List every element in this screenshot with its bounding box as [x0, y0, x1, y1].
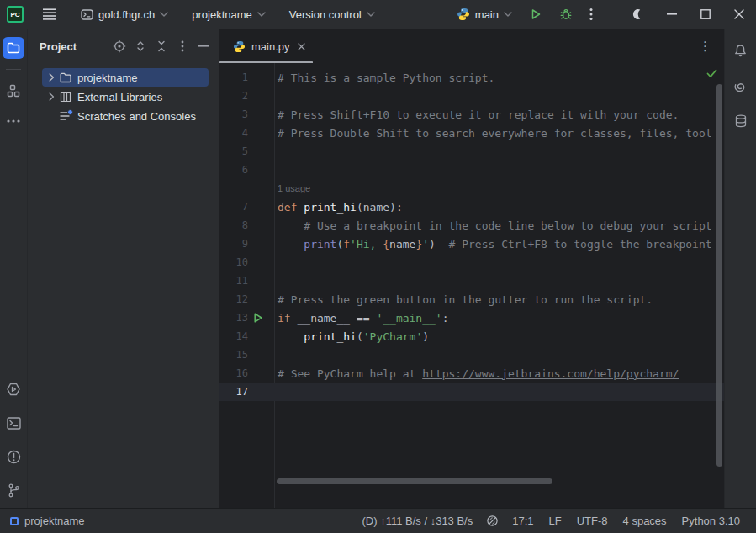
tree-item-scratches[interactable]: Scratches and Consoles — [42, 107, 209, 125]
module-icon — [10, 517, 19, 525]
code-line[interactable]: 3# Press Shift+F10 to execute it or repl… — [219, 105, 724, 124]
terminal-icon — [7, 417, 21, 430]
git-tool-window-button[interactable] — [3, 479, 24, 501]
expand-all-icon — [135, 40, 146, 53]
main-menu-button[interactable] — [35, 3, 64, 26]
more-tool-windows-button[interactable] — [3, 110, 24, 132]
gutter[interactable] — [248, 309, 278, 327]
code-text: # Use a breakpoint in the code line belo… — [278, 219, 712, 232]
gutter[interactable] — [248, 87, 278, 105]
code-line[interactable]: 13if __name__ == '__main__': — [219, 309, 724, 327]
database-button[interactable] — [730, 110, 752, 132]
project-panel-header: Project — [28, 29, 219, 63]
theme-toggle-button[interactable] — [621, 0, 655, 29]
gutter[interactable] — [248, 364, 278, 383]
chevron-down-icon — [504, 12, 512, 17]
gutter[interactable] — [248, 68, 278, 87]
ai-assistant-button[interactable] — [730, 75, 752, 97]
run-configuration-selector[interactable]: main — [450, 3, 519, 26]
gutter[interactable] — [248, 235, 278, 253]
network-speed-widget[interactable]: (D) ↑111 B/s / ↓313 B/s — [355, 515, 481, 527]
remote-host-selector[interactable]: gold.fhgr.ch — [74, 3, 175, 26]
hide-panel-button[interactable] — [197, 40, 210, 53]
indent-style-widget[interactable]: 4 spaces — [616, 515, 674, 527]
gutter[interactable] — [248, 161, 278, 179]
status-module-widget[interactable]: projektname — [10, 515, 85, 527]
debug-button[interactable] — [552, 3, 579, 26]
chevron-right-icon[interactable] — [45, 73, 58, 82]
gutter[interactable] — [248, 216, 278, 235]
services-icon — [6, 382, 21, 397]
code-line[interactable]: 16# See PyCharm help at https://www.jetb… — [219, 364, 724, 383]
code-line[interactable]: 10 — [219, 253, 724, 272]
code-line[interactable]: 14 print_hi('PyCharm') — [219, 327, 724, 346]
vcs-selector[interactable]: Version control — [283, 3, 382, 26]
inspection-status-icon[interactable] — [480, 515, 505, 527]
inlay-text[interactable]: 1 usage — [219, 183, 310, 193]
notifications-button[interactable] — [730, 40, 752, 61]
usage-inlay-hint[interactable]: 1 usage — [219, 179, 724, 198]
gutter[interactable] — [248, 253, 278, 272]
gutter[interactable] — [248, 105, 278, 124]
code-line[interactable]: 17 — [219, 383, 724, 401]
code-line[interactable]: 5 — [219, 142, 724, 161]
gutter[interactable] — [248, 346, 278, 364]
editor-options-button[interactable]: ⋮ — [699, 39, 724, 54]
code-line[interactable]: 4# Press Double Shift to search everywhe… — [219, 124, 724, 142]
horizontal-scrollbar[interactable] — [277, 478, 552, 484]
code-line[interactable]: 9 print(f'Hi, {name}') # Press Ctrl+F8 t… — [219, 235, 724, 253]
close-button[interactable] — [722, 0, 756, 29]
chevron-right-icon[interactable] — [45, 92, 58, 101]
code-line[interactable]: 6 — [219, 161, 724, 179]
gutter[interactable] — [248, 198, 278, 216]
select-opened-file-button[interactable] — [113, 40, 126, 53]
vertical-scrollbar[interactable] — [716, 84, 722, 467]
problems-tool-window-button[interactable] — [3, 446, 24, 467]
code-editor[interactable]: 1# This is a sample Python script.23# Pr… — [219, 63, 724, 508]
run-line-icon[interactable] — [254, 313, 262, 323]
caret-position-widget[interactable]: 17:1 — [505, 515, 541, 527]
code-line[interactable]: 2 — [219, 87, 724, 105]
problems-icon — [7, 450, 21, 464]
chevron-down-icon — [367, 12, 375, 17]
maximize-button[interactable] — [689, 0, 722, 29]
tree-item-projektname[interactable]: projektname — [42, 68, 209, 87]
gutter[interactable] — [248, 124, 278, 142]
more-actions-button[interactable] — [583, 3, 600, 26]
line-number: 7 — [219, 201, 248, 213]
line-number: 13 — [219, 312, 248, 324]
python-interpreter-widget[interactable]: Python 3.10 — [674, 515, 748, 527]
code-line[interactable]: 11 — [219, 272, 724, 290]
line-number: 17 — [219, 386, 248, 398]
tree-item-external-libraries[interactable]: External Libraries — [42, 87, 209, 106]
run-button[interactable] — [522, 3, 549, 26]
minimize-button[interactable] — [655, 0, 689, 29]
panel-options-button[interactable] — [176, 40, 189, 53]
locate-icon — [113, 40, 126, 53]
expand-all-button[interactable] — [134, 40, 147, 53]
project-selector[interactable]: projektname — [185, 3, 272, 26]
gutter[interactable] — [248, 327, 278, 346]
file-encoding-widget[interactable]: UTF-8 — [569, 515, 616, 527]
terminal-tool-window-button[interactable] — [3, 412, 24, 434]
code-line[interactable]: 7def print_hi(name): — [219, 198, 724, 216]
line-separator-widget[interactable]: LF — [542, 515, 569, 527]
line-number: 15 — [219, 349, 248, 361]
structure-tool-window-button[interactable] — [3, 80, 24, 102]
gutter[interactable] — [248, 272, 278, 290]
code-line[interactable]: 12# Press the green button in the gutter… — [219, 290, 724, 309]
strip-divider — [6, 69, 21, 70]
gutter[interactable] — [248, 383, 278, 401]
tab-close-button[interactable] — [298, 43, 305, 50]
code-line[interactable]: 1# This is a sample Python script. — [219, 68, 724, 87]
gutter[interactable] — [248, 290, 278, 309]
services-tool-window-button[interactable] — [3, 378, 24, 400]
title-bar: PC gold.fhgr.ch projektname Version cont… — [0, 0, 756, 29]
project-tool-window-button[interactable] — [3, 37, 24, 59]
code-line[interactable]: 15 — [219, 346, 724, 364]
code-line[interactable]: 8 # Use a breakpoint in the code line be… — [219, 216, 724, 235]
inspections-ok-icon[interactable] — [706, 69, 717, 78]
tab-main-py[interactable]: main.py — [219, 29, 315, 63]
collapse-all-button[interactable] — [155, 40, 168, 53]
gutter[interactable] — [248, 142, 278, 161]
